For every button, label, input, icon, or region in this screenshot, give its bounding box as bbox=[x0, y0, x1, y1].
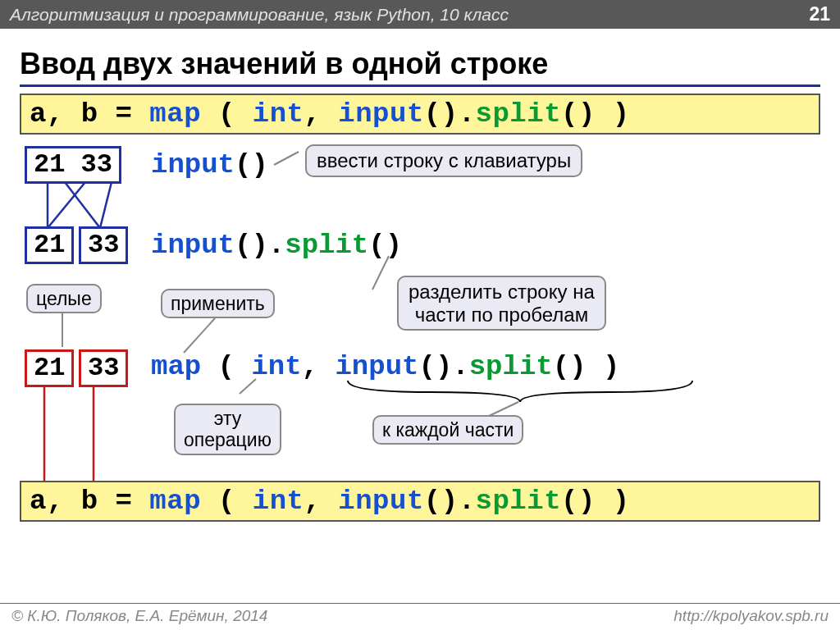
breadcrumb: Алгоритмизация и программирование, язык … bbox=[10, 5, 509, 25]
code-box-bottom: a, b = map ( int, input().split() ) bbox=[20, 481, 820, 522]
code-map: map bbox=[149, 98, 201, 130]
footer-copyright: © К.Ю. Поляков, Е.А. Ерёмин, 2014 bbox=[11, 607, 267, 625]
value-box-33-b: 33 bbox=[79, 349, 128, 387]
code-comma: , bbox=[304, 98, 338, 130]
code-int-b: int bbox=[253, 486, 304, 517]
code-map-b: map bbox=[149, 486, 201, 517]
map-tail: () ) bbox=[553, 351, 620, 382]
map-mid: (). bbox=[419, 351, 469, 382]
fn-split2: split bbox=[469, 351, 553, 382]
map-comma: , bbox=[302, 351, 336, 382]
code-open-b: ( bbox=[201, 486, 253, 517]
bubble-each-part: к каждой части bbox=[372, 415, 523, 445]
value-box-21-a: 21 bbox=[25, 226, 74, 264]
code-int: int bbox=[253, 98, 304, 130]
kw-map: map bbox=[151, 351, 201, 382]
bubble-this-op: эту операцию bbox=[174, 404, 281, 455]
slide-content: Ввод двух значений в одной строке a, b =… bbox=[0, 29, 840, 532]
code-split-b: split bbox=[476, 486, 562, 517]
value-box-33-a: 33 bbox=[79, 226, 128, 264]
input-tail: () bbox=[235, 149, 268, 180]
code-prefix-b: a, b = bbox=[30, 486, 149, 517]
bubble-whole: целые bbox=[26, 284, 102, 313]
code-open: ( bbox=[201, 98, 253, 130]
footer: © К.Ю. Поляков, Е.А. Ерёмин, 2014 http:/… bbox=[0, 603, 840, 630]
code-tail-b: () ) bbox=[561, 486, 630, 517]
svg-line-1 bbox=[65, 182, 100, 228]
code-split: split bbox=[476, 98, 562, 130]
svg-line-3 bbox=[100, 182, 112, 228]
code-comma-b: , bbox=[304, 486, 338, 517]
header-bar: Алгоритмизация и программирование, язык … bbox=[0, 0, 840, 29]
code-box-top: a, b = map ( int, input().split() ) bbox=[20, 94, 820, 135]
code-prefix: a, b = bbox=[30, 98, 149, 130]
connector-lines bbox=[20, 146, 820, 532]
page-number: 21 bbox=[809, 3, 830, 25]
bubble-keyboard: ввести строку с клавиатуры bbox=[305, 144, 582, 177]
code-line-map: map ( int, input().split() ) bbox=[151, 351, 619, 382]
code-input-b: input bbox=[338, 486, 424, 517]
kw-int: int bbox=[251, 351, 301, 382]
svg-line-7 bbox=[184, 318, 215, 353]
diagram-stage: 21 33 input() ввести строку с клавиатуры… bbox=[20, 146, 820, 532]
code-line-input: input() bbox=[151, 149, 268, 180]
value-box-2133: 21 33 bbox=[25, 146, 121, 184]
split-tail: () bbox=[368, 230, 402, 261]
kw-input: input bbox=[151, 149, 235, 180]
slide-title: Ввод двух значений в одной строке bbox=[20, 47, 820, 87]
fn-split: split bbox=[285, 230, 368, 261]
code-tail: () ) bbox=[561, 98, 630, 130]
map-open: ( bbox=[201, 351, 251, 382]
code-parens-b: (). bbox=[424, 486, 476, 517]
value-box-21-b: 21 bbox=[25, 349, 74, 387]
bubble-apply: применить bbox=[161, 289, 275, 318]
code-line-split: input().split() bbox=[151, 230, 402, 261]
kw-input3: input bbox=[335, 351, 418, 382]
svg-line-2 bbox=[48, 182, 85, 228]
kw-input2: input bbox=[151, 230, 235, 261]
code-input: input bbox=[338, 98, 424, 130]
split-mid: (). bbox=[235, 230, 285, 261]
code-parens: (). bbox=[424, 98, 476, 130]
footer-url: http://kpolyakov.spb.ru bbox=[673, 607, 829, 625]
bubble-split-desc: разделить строку на части по пробелам bbox=[397, 276, 606, 331]
